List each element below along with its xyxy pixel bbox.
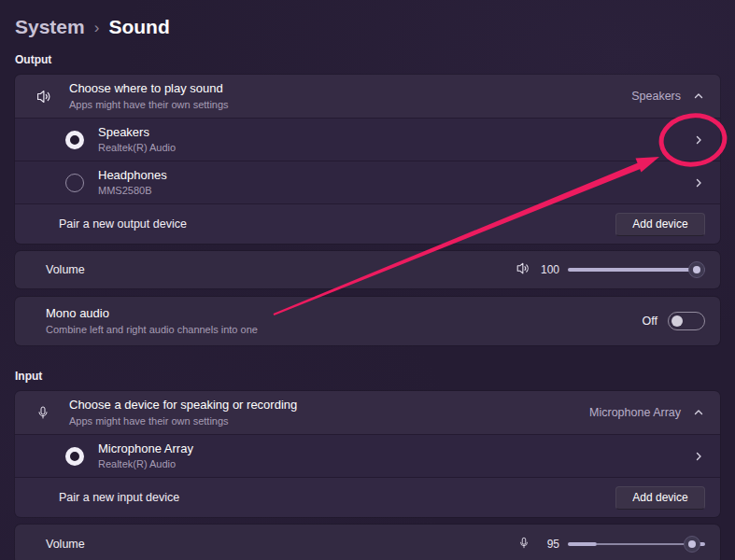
- input-device-picker-row[interactable]: Choose a device for speaking or recordin…: [15, 391, 720, 434]
- pair-input-device-row: Pair a new input device Add device: [15, 477, 720, 517]
- output-volume-label: Volume: [46, 263, 85, 276]
- speaker-icon[interactable]: [515, 260, 530, 280]
- speakers-radio[interactable]: [65, 131, 84, 149]
- output-picker-subtitle: Apps might have their own settings: [69, 99, 229, 110]
- output-volume-card: Volume 100: [15, 251, 720, 288]
- output-section-label: Output: [15, 53, 720, 66]
- headphones-description: MMS2580B: [98, 185, 167, 196]
- microphone-icon: [30, 404, 56, 421]
- output-picker-title: Choose where to play sound: [69, 82, 229, 95]
- output-device-row-headphones[interactable]: Headphones MMS2580B: [15, 161, 720, 203]
- breadcrumb-system[interactable]: System: [15, 16, 85, 38]
- mono-audio-subtitle: Combine left and right audio channels in…: [46, 324, 258, 335]
- input-volume-label: Volume: [46, 538, 85, 551]
- output-selected-device: Speakers: [631, 90, 681, 103]
- headphones-radio[interactable]: [65, 174, 84, 192]
- input-volume-slider[interactable]: [568, 535, 705, 553]
- add-output-device-button[interactable]: Add device: [615, 213, 705, 236]
- chevron-right-icon[interactable]: [692, 133, 705, 147]
- chevron-up-icon[interactable]: [692, 406, 705, 419]
- breadcrumb: System › Sound: [15, 13, 720, 41]
- pair-output-device-row: Pair a new output device Add device: [15, 203, 720, 244]
- input-device-row-microphone-array[interactable]: Microphone Array Realtek(R) Audio: [15, 434, 720, 477]
- input-volume-value: 95: [539, 538, 559, 551]
- output-volume-value: 100: [539, 263, 559, 276]
- settings-sound-page: System › Sound Output Choose where to pl…: [0, 0, 735, 560]
- chevron-up-icon[interactable]: [692, 90, 705, 103]
- mono-audio-card: Mono audio Combine left and right audio …: [15, 297, 720, 345]
- chevron-right-icon[interactable]: [692, 176, 705, 189]
- pair-output-label: Pair a new output device: [59, 217, 187, 231]
- speakers-description: Realtek(R) Audio: [98, 142, 176, 153]
- mono-audio-title: Mono audio: [46, 307, 258, 320]
- speaker-icon: [30, 88, 56, 105]
- output-device-card: Choose where to play sound Apps might ha…: [15, 75, 720, 244]
- breadcrumb-separator-icon: ›: [94, 18, 100, 37]
- microphone-icon[interactable]: [517, 535, 530, 554]
- headphones-name: Headphones: [98, 169, 167, 182]
- pair-input-label: Pair a new input device: [59, 491, 179, 504]
- output-device-picker-row[interactable]: Choose where to play sound Apps might ha…: [15, 75, 720, 118]
- input-picker-subtitle: Apps might have their own settings: [69, 415, 297, 427]
- input-device-card: Choose a device for speaking or recordin…: [15, 391, 720, 517]
- add-input-device-button[interactable]: Add device: [615, 486, 705, 510]
- speakers-name: Speakers: [98, 126, 176, 139]
- output-volume-slider[interactable]: [568, 260, 705, 279]
- input-volume-card: Volume 95: [15, 525, 720, 560]
- mono-audio-toggle[interactable]: [668, 312, 705, 330]
- microphone-array-description: Realtek(R) Audio: [98, 458, 193, 469]
- input-picker-title: Choose a device for speaking or recordin…: [69, 399, 297, 412]
- output-volume-slider-thumb[interactable]: [688, 261, 705, 278]
- page-title: Sound: [108, 16, 169, 38]
- microphone-array-name: Microphone Array: [98, 442, 193, 455]
- input-selected-device: Microphone Array: [589, 406, 681, 419]
- input-section-label: Input: [15, 370, 720, 383]
- chevron-right-icon[interactable]: [692, 450, 705, 463]
- output-device-row-speakers[interactable]: Speakers Realtek(R) Audio: [15, 118, 720, 161]
- mono-audio-state: Off: [643, 315, 657, 328]
- microphone-array-radio[interactable]: [65, 447, 84, 466]
- input-volume-slider-thumb[interactable]: [684, 536, 700, 553]
